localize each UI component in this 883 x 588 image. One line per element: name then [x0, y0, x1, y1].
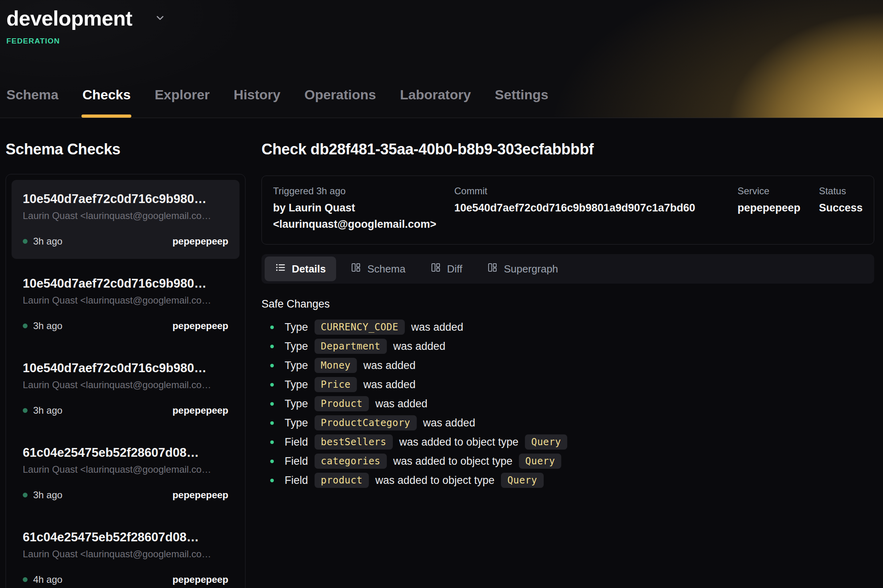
tab-laboratory[interactable]: Laboratory	[399, 87, 472, 118]
bullet-icon	[270, 364, 274, 367]
change-suffix: was added	[363, 359, 416, 372]
service-label: Service	[737, 185, 819, 197]
change-name-chip: ProductCategory	[315, 415, 417, 430]
change-kind: Type	[285, 417, 308, 429]
check-footer: 4h ago pepepepeep	[23, 574, 228, 585]
columns-icon	[430, 262, 441, 276]
check-service: pepepepeep	[172, 489, 228, 501]
bullet-icon	[270, 402, 274, 406]
check-footer: 3h ago pepepepeep	[23, 489, 228, 501]
change-name-chip: Money	[315, 358, 357, 373]
main-content: Schema Checks 10e540d7aef72c0d716c9b980……	[0, 118, 883, 588]
main-tabs: Schema Checks Explorer History Operation…	[6, 87, 549, 118]
bullet-icon	[270, 440, 274, 444]
check-footer: 3h ago pepepepeep	[23, 236, 228, 247]
change-kind: Field	[285, 474, 308, 487]
change-row: Type Money was added	[261, 356, 874, 375]
columns-icon	[487, 262, 498, 276]
bullet-icon	[270, 383, 274, 387]
project-title: development	[6, 6, 132, 30]
change-target-chip: Query	[525, 434, 568, 450]
check-detail-tabs: Details Schema	[261, 254, 874, 284]
commit-value: 10e540d7aef72c0d716c9b9801a9d907c1a7bd60	[454, 200, 737, 216]
change-suffix: was added to object type	[375, 474, 495, 487]
change-name-chip: Product	[315, 396, 369, 411]
check-list-item[interactable]: 61c04e25475eb52f28607d08… Laurin Quast <…	[12, 434, 240, 513]
status-label: Status	[819, 185, 863, 197]
status-value: Success	[819, 200, 863, 216]
check-time: 3h ago	[33, 236, 62, 247]
change-row: Type ProductCategory was added	[261, 413, 874, 432]
tab-checks[interactable]: Checks	[81, 87, 131, 118]
check-list-item[interactable]: 61c04e25475eb52f28607d08… Laurin Quast <…	[12, 518, 240, 588]
check-hash: 61c04e25475eb52f28607d08…	[23, 446, 228, 460]
check-info-panel: Triggered 3h ago by Laurin Quast <laurin…	[261, 176, 874, 245]
check-footer: 3h ago pepepepeep	[23, 405, 228, 416]
tab-operations[interactable]: Operations	[303, 87, 376, 118]
change-kind: Type	[285, 359, 308, 372]
change-row: Field categories was added to object typ…	[261, 452, 874, 471]
check-author: Laurin Quast <laurinquast@googlemail.co…	[23, 464, 228, 475]
change-suffix: was added to object type	[393, 455, 513, 468]
project-row: development	[0, 0, 883, 30]
check-hash: 10e540d7aef72c0d716c9b980…	[23, 276, 228, 291]
check-author: Laurin Quast <laurinquast@googlemail.co…	[23, 295, 228, 306]
check-detail-title: Check db28f481-35aa-40b0-b8b9-303ecfabbb…	[261, 141, 874, 158]
header: development FEDERATION Schema Checks Exp…	[0, 0, 883, 118]
status-dot-icon	[23, 324, 28, 328]
triggered-label: Triggered 3h ago	[273, 185, 454, 197]
check-time: 3h ago	[33, 489, 62, 501]
detail-tab-label: Schema	[367, 263, 405, 275]
status-dot-icon	[23, 239, 28, 244]
check-author: Laurin Quast <laurinquast@googlemail.co…	[23, 379, 228, 391]
change-name-chip: product	[315, 473, 369, 488]
change-target-chip: Query	[501, 473, 544, 488]
change-kind: Type	[285, 321, 308, 333]
tab-schema[interactable]: Schema	[6, 87, 59, 118]
bullet-icon	[270, 479, 274, 482]
check-list-item[interactable]: 10e540d7aef72c0d716c9b980… Laurin Quast …	[12, 180, 240, 259]
project-switcher-button[interactable]	[153, 11, 167, 26]
change-kind: Type	[285, 398, 308, 410]
service-value: pepepepeep	[737, 200, 819, 216]
check-author: Laurin Quast <laurinquast@googlemail.co…	[23, 210, 228, 221]
info-commit: Commit 10e540d7aef72c0d716c9b9801a9d907c…	[454, 185, 737, 232]
change-name-chip: Department	[315, 339, 387, 354]
chevron-down-icon	[154, 12, 166, 25]
detail-tab-diff[interactable]: Diff	[420, 257, 473, 281]
change-row: Field bestSellers was added to object ty…	[261, 432, 874, 452]
detail-tab-label: Details	[292, 263, 326, 275]
change-name-chip: CURRENCY_CODE	[315, 320, 405, 335]
safe-changes-title: Safe Changes	[261, 298, 874, 310]
change-name-chip: Price	[315, 377, 357, 392]
change-row: Type Price was added	[261, 375, 874, 394]
change-kind: Type	[285, 340, 308, 353]
change-suffix: was added	[411, 321, 463, 333]
check-time: 3h ago	[33, 320, 62, 331]
status-dot-icon	[23, 577, 28, 582]
detail-tab-supergraph[interactable]: Supergraph	[477, 257, 568, 281]
detail-tab-details[interactable]: Details	[265, 257, 336, 281]
tab-settings[interactable]: Settings	[494, 87, 549, 118]
check-hash: 10e540d7aef72c0d716c9b980…	[23, 361, 228, 375]
change-suffix: was added	[363, 379, 416, 391]
info-triggered: Triggered 3h ago by Laurin Quast <laurin…	[273, 185, 454, 232]
detail-tab-schema[interactable]: Schema	[340, 257, 416, 281]
change-row: Type Department was added	[261, 337, 874, 356]
check-footer: 3h ago pepepepeep	[23, 320, 228, 331]
detail-tab-label: Supergraph	[504, 263, 558, 275]
check-list-item[interactable]: 10e540d7aef72c0d716c9b980… Laurin Quast …	[12, 264, 240, 343]
check-service: pepepepeep	[172, 236, 228, 247]
check-author: Laurin Quast <laurinquast@googlemail.co…	[23, 549, 228, 560]
change-kind: Field	[285, 436, 308, 448]
check-list-item[interactable]: 10e540d7aef72c0d716c9b980… Laurin Quast …	[12, 349, 240, 428]
status-dot-icon	[23, 408, 28, 413]
tab-history[interactable]: History	[233, 87, 281, 118]
sidebar-title: Schema Checks	[6, 141, 245, 158]
change-kind: Field	[285, 455, 308, 468]
tab-explorer[interactable]: Explorer	[154, 87, 210, 118]
change-suffix: was added	[375, 398, 428, 410]
columns-icon	[350, 262, 361, 276]
checks-list: 10e540d7aef72c0d716c9b980… Laurin Quast …	[6, 174, 245, 588]
bullet-icon	[270, 421, 274, 425]
